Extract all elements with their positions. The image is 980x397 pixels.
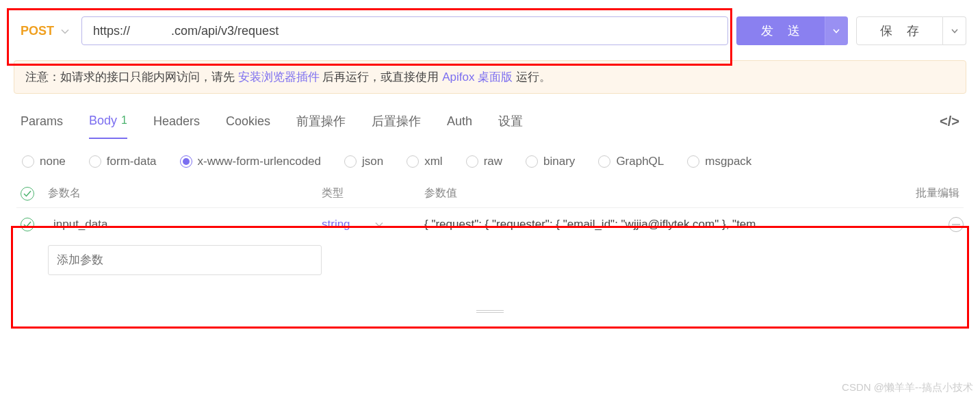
- tab-headers[interactable]: Headers: [153, 114, 200, 138]
- radio-icon: [598, 155, 610, 168]
- save-split-button[interactable]: [943, 16, 966, 45]
- tab-settings[interactable]: 设置: [498, 113, 523, 139]
- bulk-edit-button[interactable]: 批量编辑: [905, 186, 959, 201]
- param-name-cell[interactable]: input_data: [48, 218, 322, 231]
- tab-post-request[interactable]: 后置操作: [372, 113, 421, 139]
- drag-handle-icon: [476, 310, 504, 313]
- body-type-msgpack[interactable]: msgpack: [687, 155, 751, 168]
- row-check-icon[interactable]: [21, 218, 34, 231]
- param-type-cell[interactable]: string: [322, 218, 424, 231]
- col-value-header: 参数值: [424, 186, 905, 201]
- body-type-label: raw: [484, 155, 502, 168]
- body-type-label: none: [40, 155, 66, 168]
- check-all-icon[interactable]: [21, 187, 34, 201]
- tab-cookies[interactable]: Cookies: [226, 114, 270, 138]
- tab-body[interactable]: Body 1: [89, 114, 127, 139]
- body-type-none[interactable]: none: [22, 155, 66, 168]
- url-input[interactable]: [81, 16, 728, 45]
- chevron-down-icon: [951, 29, 958, 34]
- body-type-json[interactable]: json: [344, 155, 383, 168]
- table-row: input_data string { "request": { "reques…: [16, 208, 964, 241]
- radio-icon: [407, 155, 419, 168]
- resize-handle[interactable]: [0, 309, 980, 313]
- param-value-cell[interactable]: { "request": { "requester": { "email_id"…: [424, 218, 959, 231]
- radio-icon: [180, 155, 192, 168]
- radio-icon: [22, 155, 34, 168]
- notice-mid: 后再运行，或直接使用: [322, 71, 442, 84]
- notice-banner: 注意：如请求的接口只能内网访问，请先 安装浏览器插件 后再运行，或直接使用 Ap…: [14, 60, 966, 94]
- code-icon[interactable]: </>: [940, 114, 959, 139]
- param-type-label: string: [322, 218, 350, 231]
- radio-icon: [687, 155, 699, 168]
- notice-suffix: 运行。: [516, 71, 551, 84]
- http-method-label: POST: [21, 24, 54, 38]
- tab-pre-request[interactable]: 前置操作: [296, 113, 346, 139]
- body-type-label: json: [362, 155, 383, 168]
- install-plugin-link[interactable]: 安装浏览器插件: [238, 71, 320, 84]
- params-table-header: 参数名 类型 参数值 批量编辑: [16, 179, 964, 208]
- chevron-down-icon: [61, 25, 69, 36]
- add-param-input[interactable]: [48, 245, 322, 275]
- tab-params[interactable]: Params: [21, 114, 63, 138]
- body-type-label: x-www-form-urlencoded: [198, 155, 321, 168]
- body-type-binary[interactable]: binary: [526, 155, 575, 168]
- send-split-button[interactable]: [825, 16, 848, 45]
- tab-auth[interactable]: Auth: [447, 114, 472, 138]
- radio-icon: [344, 155, 357, 168]
- col-name-header: 参数名: [48, 186, 322, 201]
- body-type-graphql[interactable]: GraphQL: [598, 155, 664, 168]
- body-type-label: xml: [424, 155, 442, 168]
- chevron-down-icon: [375, 222, 383, 227]
- tab-body-badge: 1: [121, 114, 127, 127]
- body-type-urlencoded[interactable]: x-www-form-urlencoded: [180, 155, 321, 168]
- radio-icon: [526, 155, 538, 168]
- http-method-select[interactable]: POST: [14, 24, 73, 38]
- remove-row-button[interactable]: [949, 217, 964, 232]
- body-type-raw[interactable]: raw: [466, 155, 502, 168]
- body-type-label: binary: [543, 155, 575, 168]
- body-type-formdata[interactable]: form-data: [89, 155, 157, 168]
- save-button[interactable]: 保 存: [856, 16, 943, 45]
- radio-icon: [466, 155, 478, 168]
- radio-icon: [89, 155, 101, 168]
- notice-prefix: 注意：如请求的接口只能内网访问，请先: [25, 71, 238, 84]
- apifox-desktop-link[interactable]: Apifox 桌面版: [442, 71, 513, 84]
- chevron-down-icon: [833, 29, 840, 34]
- body-type-label: form-data: [107, 155, 157, 168]
- body-type-label: msgpack: [705, 155, 751, 168]
- body-type-xml[interactable]: xml: [407, 155, 442, 168]
- body-type-label: GraphQL: [616, 155, 664, 168]
- col-type-header: 类型: [322, 186, 424, 201]
- tab-body-label: Body: [89, 114, 117, 128]
- send-button[interactable]: 发 送: [736, 16, 825, 45]
- minus-icon: [952, 224, 960, 225]
